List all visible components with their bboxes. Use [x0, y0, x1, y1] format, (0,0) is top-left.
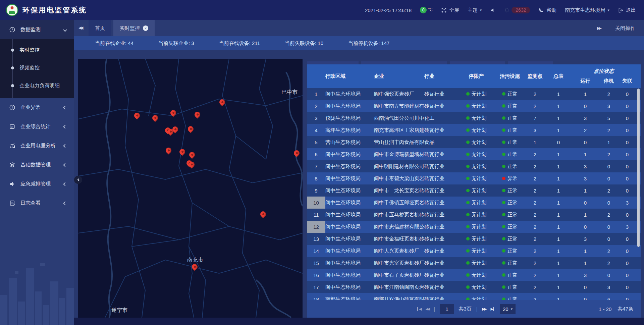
status-dot-icon — [466, 273, 470, 277]
page-size-select[interactable]: 20 ▾ — [500, 304, 516, 314]
notifications-button[interactable]: 2632 — [504, 7, 530, 13]
cell-stop-count: 0 — [599, 236, 619, 242]
fullscreen-button[interactable]: 全屏 — [441, 7, 459, 13]
status-dot-icon — [502, 165, 505, 168]
cell-company: 营山县润丰肉食品有限 — [374, 139, 424, 146]
first-page-icon[interactable]: ◀ — [416, 307, 421, 311]
exit-icon — [618, 7, 624, 13]
table-row-3[interactable]: 3仪陇生态环境局西南油气田分公司川中化工无计划正常71350 — [307, 112, 641, 124]
page-number-input[interactable]: 1 — [440, 304, 454, 314]
table-row-10[interactable]: 10阆中生态环境局阆中千佛镇五郎垭页岩砖瓦行业无计划正常21003 — [307, 197, 641, 209]
cell-run-count: 0 — [572, 284, 599, 290]
table-row-18[interactable]: 18南部生态环境局南部县双佛山砖瓦有限公砖瓦行业无计划正常21060 — [307, 293, 641, 300]
sidebar-item-log-view[interactable]: 日志查看 — [0, 194, 74, 213]
cell-company: 阆中市金博瑞新型墙材 — [374, 151, 424, 158]
cell-facility-status: 正常 — [495, 187, 525, 194]
table-scrollbar-thumb[interactable] — [637, 89, 640, 247]
cell-facility-status: 正常 — [495, 296, 525, 301]
sidebar-item-power-load-detail[interactable]: 企业电力负荷明细 — [0, 77, 74, 95]
tab-close-icon[interactable]: × — [143, 25, 148, 31]
cell-company: 阆中市石子页岩机砖厂 — [374, 272, 424, 278]
cell-region: 仪陇生态环境局 — [325, 115, 374, 121]
row-index: 5 — [307, 136, 325, 148]
table-row-5[interactable]: 5营山生态环境局营山县润丰肉食品有限食品无计划正常10010 — [307, 136, 641, 148]
table-row-16[interactable]: 16阆中生态环境局阆中市石子页岩机砖厂砖瓦行业无计划正常21300 — [307, 269, 641, 281]
point-status-subheaders: 运行停机失联 — [572, 78, 636, 84]
scroll-tabs-left-icon[interactable]: ◀◀ — [78, 25, 83, 30]
row-index: 14 — [307, 245, 325, 257]
cell-company: 南部县双佛山砖瓦有限公 — [374, 296, 424, 301]
tabs-strip: 首页实时监控× — [89, 20, 155, 36]
cell-total-meter: 1 — [545, 236, 572, 242]
cell-facility-status: 正常 — [495, 272, 525, 278]
cell-company: 阆中大兴页岩机砖厂 — [374, 248, 424, 254]
status-dot-icon — [466, 213, 470, 216]
map-roads-decoration — [78, 59, 303, 318]
table-row-2[interactable]: 2阆中生态环境局阆中市南方节能建材有砖瓦行业无计划正常21030 — [307, 100, 641, 112]
status-dot-icon — [466, 104, 470, 108]
sidebar-item-data-monitoring[interactable]: 数据监测 — [0, 20, 74, 39]
page-size-value: 20 — [503, 306, 508, 312]
cell-run-count: 3 — [572, 236, 599, 242]
logout-button[interactable]: 退出 — [618, 7, 636, 13]
notification-badge: 2632 — [512, 7, 530, 13]
cell-monitor-count: 3 — [525, 127, 545, 133]
pagination-summary: 1 - 20 共47条 — [599, 300, 633, 318]
cell-monitor-count: 2 — [525, 248, 545, 254]
table-row-4[interactable]: 4高坪生态环境局南充市高坪区王家店建砖瓦行业无计划正常31220 — [307, 124, 641, 136]
sidebar-item-label: 应急减排管理 — [20, 181, 51, 187]
chevron-down-icon: ▾ — [607, 8, 609, 12]
cell-industry: 化工 — [424, 115, 458, 121]
sidebar-item-video-monitor[interactable]: 视频监控 — [0, 59, 74, 77]
cell-lost-count: 0 — [619, 188, 636, 194]
sidebar-item-realtime-monitor[interactable]: 实时监控 — [0, 41, 74, 59]
org-dropdown[interactable]: 南充市生态环境局 ▾ — [565, 7, 609, 13]
stat-item-4: 当前停机设备: 147 — [348, 40, 389, 47]
table-row-14[interactable]: 14阆中生态环境局阆中大兴页岩机砖厂砖瓦行业无计划正常21120 — [307, 245, 641, 257]
theme-dropdown[interactable]: 主题 ▾ — [468, 7, 482, 13]
cell-stop-count: 2 — [599, 248, 619, 254]
cell-total-meter: 1 — [545, 91, 572, 97]
row-index: 17 — [307, 281, 325, 293]
row-index: 4 — [307, 124, 325, 136]
sidebar-item-power-usage-analysis[interactable]: 企业用电量分析 — [0, 136, 74, 155]
map-panel[interactable]: 巴中市南充市遂宁市 — [78, 59, 303, 318]
scroll-tabs-right-icon[interactable]: ▶▶ — [597, 26, 602, 31]
stat-item-1: 当前失联企业: 3 — [158, 40, 194, 47]
cell-lost-count: 0 — [619, 260, 636, 266]
cell-monitor-count: 2 — [525, 284, 545, 290]
tab-home[interactable]: 首页 — [89, 20, 111, 36]
cell-industry: 砖瓦行业 — [424, 248, 458, 254]
temperature-badge: 0 — [420, 7, 427, 13]
sidebar-item-base-data-management[interactable]: 基础数据管理 — [0, 155, 74, 174]
table-row-9[interactable]: 9阆中生态环境局阆中市二龙长宝页岩砖砖瓦行业无计划正常21120 — [307, 184, 641, 197]
sidebar-item-emergency-reduction[interactable]: 应急减排管理 — [0, 174, 74, 194]
table-row-17[interactable]: 17阆中生态环境局阆中市江南镇阆南页岩砖瓦行业无计划正常21030 — [307, 281, 641, 293]
prev-page-icon[interactable]: ◀◀ — [425, 307, 429, 311]
chevron-left-icon — [63, 144, 67, 148]
sidebar-item-enterprise-abnormal[interactable]: 企业异常 — [0, 98, 74, 117]
datetime-label: 2021-02-25 17:46:18 — [365, 7, 412, 13]
cell-run-count: 3 — [572, 115, 599, 121]
close-operations-button[interactable]: 关闭操作 — [615, 25, 635, 32]
tab-realtime-monitor[interactable]: 实时监控× — [113, 20, 155, 36]
table-row-8[interactable]: 8阆中生态环境局阆中市枣碧大梁山页岩砖瓦行业无计划异常21300 — [307, 172, 641, 184]
cell-industry: 食品 — [424, 139, 458, 146]
help-button[interactable]: 帮助 — [538, 7, 556, 13]
table-row-1[interactable]: 1阆中生态环境局阆中强锐页岩砖厂砖瓦行业无计划正常21120 — [307, 88, 641, 100]
mute-button[interactable] — [490, 7, 496, 13]
table-row-12[interactable]: 12阆中生态环境局阆中市忠信建材有限公砖瓦行业无计划正常21003 — [307, 221, 641, 233]
next-page-icon[interactable]: ▶▶ — [482, 307, 486, 311]
cell-region: 阆中生态环境局 — [325, 175, 374, 182]
table-row-6[interactable]: 6阆中生态环境局阆中市金博瑞新型墙材砖瓦行业无计划正常21120 — [307, 148, 641, 160]
table-row-13[interactable]: 13阆中生态环境局阆中市金福旺页岩机砖砖瓦行业无计划正常21300 — [307, 233, 641, 245]
cell-region: 阆中生态环境局 — [325, 272, 374, 278]
table-row-11[interactable]: 11阆中生态环境局阆中市五马桥页岩机砖砖瓦行业无计划正常21120 — [307, 209, 641, 221]
fullscreen-icon — [441, 7, 447, 13]
map-collapse-button[interactable] — [74, 176, 82, 184]
table-row-7[interactable]: 7阆中生态环境局阆中明阳建材有限公司砖瓦行业无计划正常21300 — [307, 160, 641, 172]
last-page-icon[interactable]: ▶ — [490, 307, 495, 311]
cell-stop-count: 2 — [599, 91, 619, 97]
table-row-15[interactable]: 15阆中生态环境局阆中市光富页岩机砖厂砖瓦行业无计划正常21120 — [307, 257, 641, 269]
sidebar-item-enterprise-statistics[interactable]: 企业综合统计 — [0, 117, 74, 136]
